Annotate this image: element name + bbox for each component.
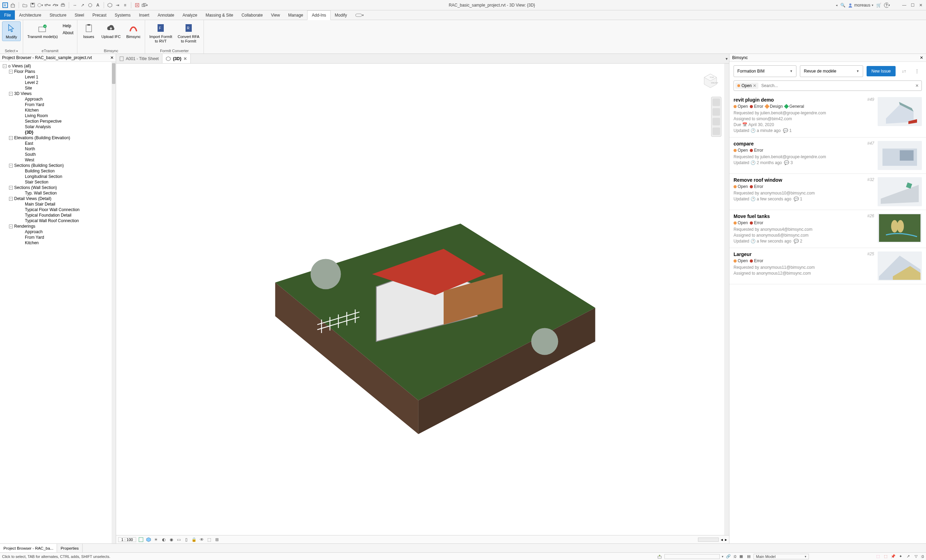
select-underlay-icon[interactable]: ⬚	[883, 554, 888, 559]
open-icon[interactable]	[22, 2, 28, 8]
new-issue-button[interactable]: New Issue	[867, 66, 896, 76]
issues-button[interactable]: Issues	[79, 21, 98, 41]
text-icon[interactable]: A	[95, 2, 101, 8]
home-icon[interactable]	[10, 2, 16, 8]
undo-icon[interactable]: ▾	[45, 2, 51, 8]
tab-precast[interactable]: Precast	[88, 11, 110, 20]
transmit-models-button[interactable]: Transmit model(s)	[25, 21, 60, 41]
tree-item[interactable]: Level 1	[0, 74, 116, 80]
search-icon[interactable]: 🔍	[840, 2, 846, 8]
tree-item[interactable]: Typ. Wall Section	[0, 190, 116, 196]
scroll-left-icon[interactable]: ◂	[721, 537, 723, 542]
sync-icon[interactable]: ▾	[37, 2, 43, 8]
shadows-icon[interactable]: ◐	[161, 537, 166, 542]
filter-chip-open[interactable]: Open ✕	[735, 83, 758, 89]
constraint-icon[interactable]: ⊞	[214, 537, 220, 542]
clear-search-icon[interactable]: ✕	[912, 83, 921, 88]
tab-file[interactable]: File	[0, 11, 15, 20]
render-icon[interactable]: ◉	[169, 537, 174, 542]
filter-icon[interactable]: ▽	[913, 554, 919, 559]
tree-item[interactable]: Section Perspective	[0, 118, 116, 124]
tree-item[interactable]: Level 2	[0, 80, 116, 85]
bottom-tab-properties[interactable]: Properties	[57, 544, 82, 552]
etransmit-about-button[interactable]: About	[61, 30, 75, 36]
app-store-icon[interactable]: 🛒	[876, 2, 882, 8]
tree-item[interactable]: Approach	[0, 96, 116, 102]
doc-tab-title-sheet[interactable]: A001 - Title Sheet	[116, 54, 162, 63]
tree-category-detail[interactable]: −Detail Views (Detail)	[0, 196, 116, 201]
reveal-icon[interactable]: ⬚	[207, 537, 212, 542]
tab-insert[interactable]: Insert	[135, 11, 153, 20]
crop-icon[interactable]: ▭	[176, 537, 182, 542]
tree-item[interactable]: From Yard	[0, 235, 116, 240]
tree-item[interactable]: Kitchen	[0, 240, 116, 246]
close-inactive-icon[interactable]	[134, 2, 140, 8]
tab-modify[interactable]: Modify	[331, 11, 351, 20]
design-options-icon[interactable]: ▤	[746, 554, 752, 559]
issue-item[interactable]: #26 Move fuel tanks Open Error Requested…	[729, 210, 926, 248]
close-panel-icon[interactable]: ✕	[110, 55, 113, 60]
issue-item[interactable]: #47 compare Open Error Requested by juli…	[729, 138, 926, 174]
tree-item[interactable]: Approach	[0, 229, 116, 235]
issue-item[interactable]: #25 Largeur Open Error Requested by anon…	[729, 248, 926, 284]
tab-architecture[interactable]: Architecture	[15, 11, 45, 20]
close-tab-icon[interactable]: ✕	[183, 56, 187, 61]
select-face-icon[interactable]: ✦	[898, 554, 903, 559]
link-icon[interactable]: 🔗	[726, 554, 731, 559]
import-formit-button[interactable]: F Import FormIt to RVT	[147, 21, 174, 45]
tree-category-bsections[interactable]: −Sections (Building Section)	[0, 163, 116, 168]
worksharing-icon[interactable]	[657, 554, 662, 559]
select-links-icon[interactable]: ⬚	[875, 554, 881, 559]
tab-view[interactable]: View	[267, 11, 284, 20]
tree-item[interactable]: Typical Floor Wall Connection	[0, 207, 116, 212]
tab-manage[interactable]: Manage	[284, 11, 307, 20]
minimize-icon[interactable]: —	[901, 2, 907, 8]
tag-icon[interactable]	[87, 2, 93, 8]
measure-icon[interactable]: ↔	[72, 2, 78, 8]
print-icon[interactable]	[60, 2, 66, 8]
tree-item[interactable]: South	[0, 152, 116, 157]
chevron-left-icon[interactable]: ◂	[836, 3, 838, 7]
tab-annotate[interactable]: Annotate	[153, 11, 178, 20]
tab-add-ins[interactable]: Add-Ins	[307, 11, 330, 20]
bimsync-button[interactable]: Bimsync	[124, 21, 143, 41]
search-input[interactable]	[758, 83, 912, 88]
tree-item[interactable]: From Yard	[0, 102, 116, 107]
tab-systems[interactable]: Systems	[110, 11, 135, 20]
tree-root[interactable]: −⊙ Views (all)	[0, 63, 116, 69]
tree-category-elevations[interactable]: −Elevations (Building Elevation)	[0, 135, 116, 141]
view-cube[interactable]: TOP FRONT	[697, 66, 724, 94]
lock-icon[interactable]: 🔒	[191, 537, 197, 542]
worksets-icon[interactable]: ▦	[738, 554, 744, 559]
modify-button[interactable]: Modify	[2, 21, 21, 41]
detail-level-icon[interactable]	[138, 537, 144, 542]
viewport-3d[interactable]: TOP FRONT	[116, 64, 729, 535]
orbit-icon[interactable]	[713, 127, 720, 135]
align-dim-icon[interactable]: ↗	[79, 2, 86, 8]
tree-item[interactable]: West	[0, 157, 116, 163]
tree-category-floor-plans[interactable]: −Floor Plans	[0, 69, 116, 74]
help-icon[interactable]: ?▾	[884, 2, 890, 8]
scroll-right-icon[interactable]: ▸	[725, 537, 727, 542]
pan-icon[interactable]	[713, 108, 720, 116]
tab-overflow-icon[interactable]: ▾	[724, 54, 729, 63]
tree-item[interactable]: Site	[0, 85, 116, 91]
menu-button[interactable]: ⋮	[912, 66, 922, 77]
tree-item[interactable]: Living Room	[0, 113, 116, 118]
project-dropdown[interactable]: Formation BIM▼	[734, 65, 796, 77]
save-icon[interactable]	[29, 2, 36, 8]
tree-item[interactable]: Stair Section	[0, 179, 116, 185]
doc-tab-3d[interactable]: {3D} ✕	[162, 54, 191, 63]
temp-hide-icon[interactable]: 👁	[199, 537, 204, 542]
board-dropdown[interactable]: Revue de modèle▼	[800, 65, 863, 77]
upload-ifc-button[interactable]: Upload IFC	[100, 21, 123, 41]
tree-item[interactable]: Main Stair Detail	[0, 201, 116, 207]
tab-massing-site[interactable]: Massing & Site	[201, 11, 238, 20]
close-panel-icon[interactable]: ✕	[920, 55, 923, 60]
issue-item[interactable]: #32 Remove roof window Open Error Reques…	[729, 174, 926, 210]
zoom-icon[interactable]	[713, 118, 720, 126]
visual-style-icon[interactable]	[146, 537, 151, 542]
tab-structure[interactable]: Structure	[45, 11, 71, 20]
switch-windows-icon[interactable]: ▾	[142, 2, 148, 8]
thin-lines-icon[interactable]: ≡	[122, 2, 128, 8]
